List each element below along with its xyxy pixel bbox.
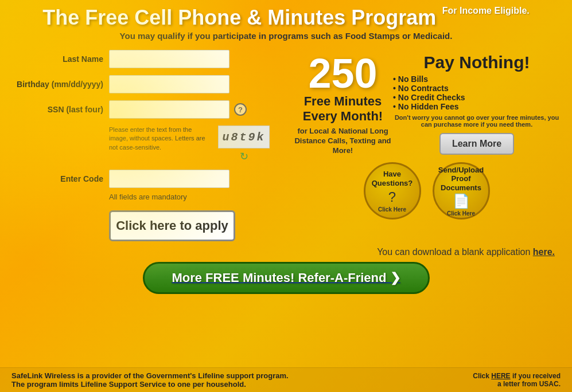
pay-nothing-block: Pay Nothing! No Bills No Contracts No Cr…: [393, 53, 561, 155]
bottom-buttons: Have Questions? ? Click Here Send/Upload…: [364, 162, 490, 219]
ssn-input[interactable]: [109, 100, 229, 119]
birthday-row: Birthday (mm/dd/yyyy): [11, 75, 281, 93]
ssn-row: SSN (last four) ?: [11, 100, 281, 119]
birthday-label: Birthday (mm/dd/yyyy): [11, 80, 109, 89]
refer-text: More FREE Minutes! Refer-A-Friend ❯: [172, 271, 400, 285]
download-text: You can download a blank application: [377, 247, 530, 257]
learn-more-button[interactable]: Learn More: [439, 133, 514, 155]
enter-code-input[interactable]: [109, 170, 229, 188]
last-name-label: Last Name: [11, 54, 109, 64]
footer-line2: The program limits Lifeline Support Serv…: [11, 380, 289, 389]
captcha-help-text: Please enter the text from the image, wi…: [109, 126, 212, 152]
download-section: You can download a blank application her…: [11, 247, 561, 257]
document-icon: 📄: [453, 193, 470, 209]
minutes-label: Free Minutes Every Month!: [293, 94, 393, 124]
have-questions-title: Have Questions?: [370, 170, 415, 187]
form-panel: Last Name Birthday (mm/dd/yyyy) SSN (las…: [11, 50, 293, 247]
captcha-refresh-icon[interactable]: ↻: [240, 150, 248, 163]
header-subtitle: You may qualify if you participate in pr…: [11, 31, 561, 41]
no-hidden-item: No Hidden Fees: [393, 102, 561, 111]
send-docs-button[interactable]: Send/Upload Proof Documents 📄 Click Here: [433, 162, 490, 219]
ssn-label: SSN (last four): [11, 105, 109, 114]
send-docs-title: Send/Upload Proof Documents: [438, 166, 484, 193]
captcha-box: u8t9k ↻: [218, 126, 270, 163]
page-header: The Free Cell Phone & Minutes Program Fo…: [0, 0, 572, 44]
footer: SafeLink Wireless is a provider of the G…: [0, 367, 572, 392]
promo-panel: 250 Free Minutes Every Month! for Local …: [293, 50, 561, 247]
have-questions-button[interactable]: Have Questions? ? Click Here: [364, 162, 421, 219]
birthday-input[interactable]: [109, 75, 229, 93]
footer-left: SafeLink Wireless is a provider of the G…: [11, 371, 289, 389]
page-title-small: For Income Eligible.: [442, 6, 530, 15]
enter-code-row: Enter Code: [11, 170, 281, 188]
minutes-sublabel: for Local & National Long Distance Calls…: [293, 127, 393, 156]
minutes-number: 250: [293, 53, 393, 94]
send-docs-click: Click Here: [447, 210, 475, 217]
no-bills-item: No Bills: [393, 75, 561, 84]
pay-nothing-title: Pay Nothing!: [393, 53, 561, 72]
last-name-row: Last Name: [11, 50, 281, 68]
refer-banner[interactable]: More FREE Minutes! Refer-A-Friend ❯: [143, 262, 430, 294]
captcha-image: u8t9k: [218, 126, 270, 148]
have-questions-click: Click Here: [378, 206, 406, 213]
no-credit-item: No Credit Checks: [393, 93, 561, 102]
page-title: The Free Cell Phone & Minutes Program: [42, 6, 436, 29]
pay-nothing-list: No Bills No Contracts No Credit Checks N…: [393, 75, 561, 111]
last-name-input[interactable]: [109, 50, 229, 68]
no-contracts-item: No Contracts: [393, 84, 561, 93]
pay-nothing-note: Don't worry you cannot go over your free…: [393, 114, 561, 128]
minutes-block: 250 Free Minutes Every Month! for Local …: [293, 53, 561, 155]
enter-code-label: Enter Code: [11, 174, 109, 183]
mandatory-text: All fields are mandatory: [109, 193, 281, 201]
minutes-left: 250 Free Minutes Every Month! for Local …: [293, 53, 393, 155]
download-link[interactable]: here.: [533, 247, 555, 257]
main-content: Last Name Birthday (mm/dd/yyyy) SSN (las…: [0, 44, 572, 253]
question-mark-icon: ?: [388, 189, 396, 205]
bottom-area: You can download a blank application her…: [0, 247, 572, 294]
footer-line1: SafeLink Wireless is a provider of the G…: [11, 371, 289, 380]
captcha-section: Please enter the text from the image, wi…: [109, 126, 281, 163]
footer-here-link[interactable]: HERE: [491, 372, 510, 380]
footer-right: Click HERE if you receiveda letter from …: [473, 372, 561, 388]
ssn-help-icon[interactable]: ?: [234, 103, 247, 116]
apply-button[interactable]: Click here to apply: [109, 210, 235, 241]
